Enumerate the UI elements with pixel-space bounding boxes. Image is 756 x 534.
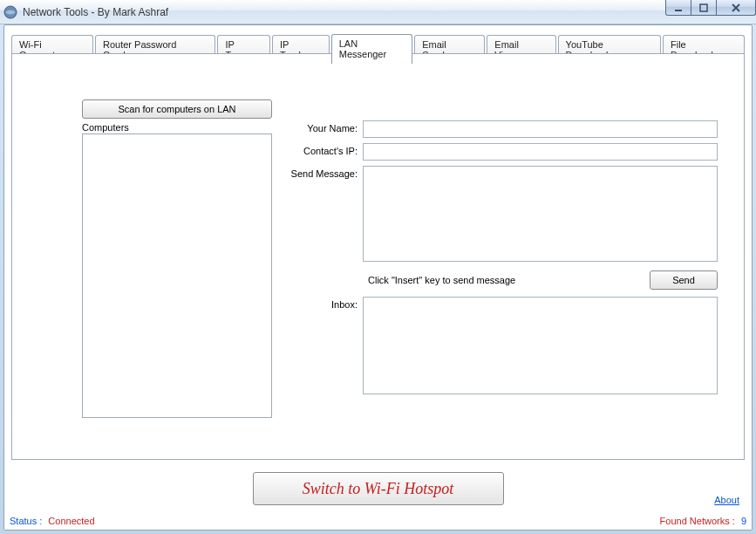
inbox-textarea[interactable] <box>363 297 718 394</box>
your-name-label: Your Name: <box>283 120 363 134</box>
your-name-input[interactable] <box>363 120 718 138</box>
window-controls <box>666 0 756 17</box>
svg-rect-1 <box>675 10 682 11</box>
scan-lan-button[interactable]: Scan for computers on LAN <box>82 99 272 119</box>
status-bar: Status : Connected Found Networks : 9 <box>4 512 752 530</box>
messenger-form: Your Name: Contact's IP: Send Message: C… <box>283 120 718 400</box>
tab-lan-messenger[interactable]: LAN Messenger <box>331 34 412 64</box>
window-titlebar: Network Tools - By Mark Ashraf <box>0 0 756 24</box>
send-button[interactable]: Send <box>650 270 718 290</box>
window-title: Network Tools - By Mark Ashraf <box>23 6 168 18</box>
contact-ip-label: Contact's IP: <box>283 143 363 156</box>
send-message-label: Send Message: <box>283 166 363 179</box>
about-link[interactable]: About <box>714 495 739 505</box>
maximize-button[interactable] <box>691 0 717 16</box>
status-right: Found Networks : 9 <box>660 516 746 526</box>
svg-rect-2 <box>700 4 707 11</box>
send-hint: Click "Insert" key to send message <box>368 275 650 285</box>
client-area: Wi-Fi Connector Router Password Cracker … <box>3 24 753 531</box>
minimize-button[interactable] <box>665 0 691 16</box>
inbox-label: Inbox: <box>283 297 363 310</box>
tab-panel-lan-messenger: Scan for computers on LAN Computers Your… <box>11 53 745 460</box>
status-left: Status : Connected <box>10 516 95 526</box>
contact-ip-input[interactable] <box>363 143 718 161</box>
close-button[interactable] <box>716 0 756 16</box>
switch-hotspot-button[interactable]: Switch to Wi-Fi Hotspot <box>253 472 504 505</box>
networks-label: Found Networks : <box>660 516 735 526</box>
status-value: Connected <box>48 516 94 526</box>
app-icon <box>3 5 17 19</box>
computers-list[interactable] <box>82 134 272 418</box>
networks-value: 9 <box>741 516 746 526</box>
send-message-textarea[interactable] <box>363 166 718 262</box>
status-label: Status : <box>10 516 42 526</box>
